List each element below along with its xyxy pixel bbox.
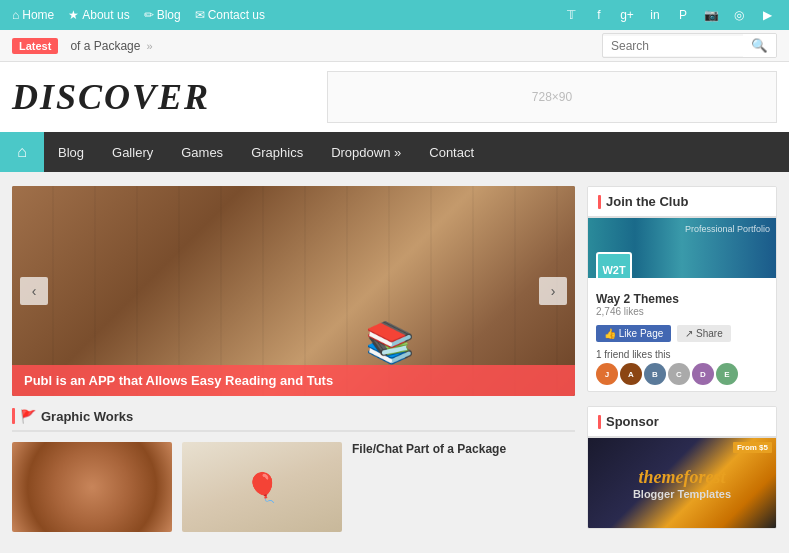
- nav-items: Blog Gallery Games Graphics Dropdown » C…: [44, 132, 488, 172]
- post-2-title: File/Chat Part of a Package: [352, 442, 575, 456]
- dribbble-icon[interactable]: ◎: [729, 5, 749, 25]
- main-nav: ⌂ Blog Gallery Games Graphics Dropdown »…: [0, 132, 789, 172]
- post-2-info: File/Chat Part of a Package: [352, 442, 575, 532]
- sponsor-brand-name: themeforest: [639, 467, 726, 488]
- content-area: ‹ › Publ is an APP that Allows Easy Read…: [0, 172, 789, 553]
- chevron-right-icon: ›: [551, 283, 556, 299]
- site-logo: DISCOVER: [12, 76, 210, 118]
- fb-avatar: W2T: [596, 252, 632, 278]
- home-icon: ⌂: [12, 8, 19, 22]
- sponsor-image[interactable]: From $5 themeforest Blogger Templates: [588, 438, 776, 528]
- fb-share-button[interactable]: ↗ Share: [677, 325, 730, 342]
- main-column: ‹ › Publ is an APP that Allows Easy Read…: [12, 186, 575, 543]
- top-nav: ⌂ Home ★ About us ✏ Blog ✉ Contact us: [12, 8, 265, 22]
- sponsor-widget: Sponsor From $5 themeforest Blogger Temp…: [587, 406, 777, 529]
- chevron-left-icon: ‹: [32, 283, 37, 299]
- sponsor-widget-body: From $5 themeforest Blogger Templates: [588, 438, 776, 528]
- fb-friend-text: 1 friend likes this: [588, 346, 776, 363]
- join-widget: Join the Club W2T Way 2 Themes 2,746 lik…: [587, 186, 777, 392]
- sponsor-widget-title: Sponsor: [588, 407, 776, 438]
- facebook-icon[interactable]: f: [589, 5, 609, 25]
- sponsor-title-text: Sponsor: [606, 414, 659, 429]
- instagram-icon[interactable]: 📷: [701, 5, 721, 25]
- pencil-icon: ✏: [144, 8, 154, 22]
- ticker-bar: Latest of a Package » 🔍: [0, 30, 789, 62]
- youtube-icon[interactable]: ▶: [757, 5, 777, 25]
- sponsor-sub-text: Blogger Templates: [633, 488, 731, 500]
- fb-actions: 👍 Like Page ↗ Share: [588, 321, 776, 346]
- nav-blog[interactable]: Blog: [44, 132, 98, 172]
- post-grid: 🎈 File/Chat Part of a Package: [12, 442, 575, 532]
- friend-avatar-3: B: [644, 363, 666, 385]
- header-ad-banner: 728×90: [327, 71, 777, 123]
- search-box: 🔍: [602, 33, 777, 58]
- nav-home-link[interactable]: ⌂ Home: [12, 8, 54, 22]
- balloon-icon: 🎈: [245, 471, 280, 504]
- fb-like-button[interactable]: 👍 Like Page: [596, 325, 671, 342]
- nav-graphics[interactable]: Graphics: [237, 132, 317, 172]
- fb-likes-count: 2,746 likes: [596, 306, 768, 317]
- join-widget-title: Join the Club: [588, 187, 776, 218]
- nav-about-link[interactable]: ★ About us: [68, 8, 129, 22]
- search-button[interactable]: 🔍: [743, 34, 776, 57]
- friend-avatar-6: E: [716, 363, 738, 385]
- nav-contact-label: Contact us: [208, 8, 265, 22]
- graphic-works-heading: 🚩 Graphic Works: [12, 408, 575, 432]
- home-nav-icon: ⌂: [17, 143, 27, 161]
- nav-contact-link[interactable]: ✉ Contact us: [195, 8, 265, 22]
- pinterest-icon[interactable]: P: [673, 5, 693, 25]
- linkedin-icon[interactable]: in: [645, 5, 665, 25]
- top-bar: ⌂ Home ★ About us ✏ Blog ✉ Contact us 𝕋 …: [0, 0, 789, 30]
- friend-avatars: J A B C D E: [588, 363, 776, 391]
- friend-avatar-5: D: [692, 363, 714, 385]
- twitter-icon[interactable]: 𝕋: [561, 5, 581, 25]
- star-icon: ★: [68, 8, 79, 22]
- nav-home-label: Home: [22, 8, 54, 22]
- post-thumbnail-1[interactable]: [12, 442, 172, 532]
- fb-cover-image: W2T: [588, 218, 776, 278]
- nav-gallery[interactable]: Gallery: [98, 132, 167, 172]
- title-bar-icon: [598, 195, 601, 209]
- nav-games[interactable]: Games: [167, 132, 237, 172]
- nav-home-button[interactable]: ⌂: [0, 132, 44, 172]
- ticker-label: Latest: [12, 38, 58, 54]
- post-2-row: 🎈 File/Chat Part of a Package: [182, 442, 575, 532]
- sponsor-title-bar-icon: [598, 415, 601, 429]
- ticker-content: Latest of a Package »: [12, 38, 602, 54]
- nav-dropdown[interactable]: Dropdown »: [317, 132, 415, 172]
- nav-about-label: About us: [82, 8, 129, 22]
- ticker-text: of a Package: [70, 39, 140, 53]
- ad-size-label: 728×90: [532, 90, 572, 104]
- friend-avatar-4: C: [668, 363, 690, 385]
- section-icon: 🚩: [20, 409, 36, 424]
- googleplus-icon[interactable]: g+: [617, 5, 637, 25]
- join-title-text: Join the Club: [606, 194, 688, 209]
- header: DISCOVER 728×90: [0, 62, 789, 132]
- nav-blog-link[interactable]: ✏ Blog: [144, 8, 181, 22]
- nav-contact[interactable]: Contact: [415, 132, 488, 172]
- nav-blog-label: Blog: [157, 8, 181, 22]
- section-title: Graphic Works: [41, 409, 133, 424]
- fb-page-info: Way 2 Themes 2,746 likes: [588, 278, 776, 321]
- social-links: 𝕋 f g+ in P 📷 ◎ ▶: [561, 5, 777, 25]
- graphic-works-label: 🚩 Graphic Works: [12, 408, 133, 424]
- sidebar: Join the Club W2T Way 2 Themes 2,746 lik…: [587, 186, 777, 543]
- slider-next-button[interactable]: ›: [539, 277, 567, 305]
- search-input[interactable]: [603, 36, 743, 56]
- post-thumbnail-2[interactable]: 🎈: [182, 442, 342, 532]
- envelope-icon: ✉: [195, 8, 205, 22]
- friend-avatar-1: J: [596, 363, 618, 385]
- slider-caption: Publ is an APP that Allows Easy Reading …: [12, 365, 575, 396]
- join-widget-body: W2T Way 2 Themes 2,746 likes 👍 Like Page…: [588, 218, 776, 391]
- featured-slider: ‹ › Publ is an APP that Allows Easy Read…: [12, 186, 575, 396]
- fb-page-name: Way 2 Themes: [596, 292, 768, 306]
- slider-prev-button[interactable]: ‹: [20, 277, 48, 305]
- sponsor-corner-badge: From $5: [733, 442, 772, 453]
- friend-avatar-2: A: [620, 363, 642, 385]
- ticker-arrow: »: [146, 40, 152, 52]
